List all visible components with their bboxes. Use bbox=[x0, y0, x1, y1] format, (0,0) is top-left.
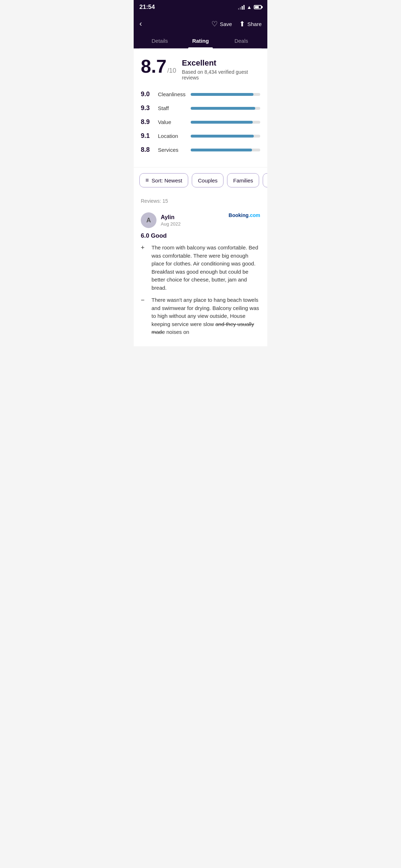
signal-icon bbox=[238, 5, 245, 10]
cat-name-staff: Staff bbox=[158, 105, 186, 111]
rating-denom: /10 bbox=[167, 67, 176, 74]
filter-chip-couples[interactable]: Couples bbox=[192, 173, 223, 187]
tab-deals[interactable]: Deals bbox=[221, 33, 262, 48]
cat-score-staff: 9.3 bbox=[141, 104, 154, 112]
save-button[interactable]: ♡ Save bbox=[211, 20, 232, 28]
booking-logo: Booking.com bbox=[228, 212, 260, 218]
review-card: A Aylin Aug 2022 Booking.com 6.0 Good + … bbox=[134, 207, 267, 346]
cat-name-location: Location bbox=[158, 133, 186, 139]
cat-score-cleanliness: 9.0 bbox=[141, 91, 154, 98]
heart-icon: ♡ bbox=[211, 20, 218, 28]
filter-label-couples: Couples bbox=[198, 177, 217, 184]
booking-dot: .com bbox=[248, 212, 260, 218]
filter-label-sort: Sort: Newest bbox=[151, 177, 182, 184]
cat-bar-bg-location bbox=[191, 135, 260, 138]
share-label: Share bbox=[247, 21, 262, 27]
strikethrough-text: and they usually made bbox=[151, 321, 254, 335]
reviewer-info: Aylin Aug 2022 bbox=[161, 214, 181, 227]
main-content: 8.7 /10 Excellent Based on 8,434 verifie… bbox=[134, 48, 267, 346]
cons-text: There wasn't any place to hang beach tow… bbox=[151, 296, 260, 336]
sort-icon: ≡ bbox=[145, 177, 149, 184]
avatar-letter: A bbox=[146, 217, 151, 224]
cat-score-services: 8.8 bbox=[141, 146, 154, 154]
rating-info: Excellent Based on 8,434 verified guest … bbox=[182, 57, 260, 81]
review-cons: − There wasn't any place to hang beach t… bbox=[141, 296, 260, 336]
status-bar: 21:54 ▲ bbox=[134, 0, 267, 13]
category-row-staff: 9.3 Staff bbox=[141, 104, 260, 112]
category-row-value: 8.9 Value bbox=[141, 118, 260, 126]
reviewer-date: Aug 2022 bbox=[161, 221, 181, 227]
rating-label: Excellent bbox=[182, 58, 260, 68]
cat-bar-bg-value bbox=[191, 121, 260, 124]
cat-bar-bg-cleanliness bbox=[191, 93, 260, 96]
category-row-location: 9.1 Location bbox=[141, 132, 260, 140]
reviews-header: Reviews: 15 bbox=[134, 193, 267, 207]
tab-details[interactable]: Details bbox=[139, 33, 180, 48]
filter-chip-friends[interactable]: Fr... bbox=[263, 173, 267, 187]
review-score: 6.0 Good bbox=[141, 232, 260, 239]
wifi-icon: ▲ bbox=[247, 4, 252, 10]
filter-label-families: Families bbox=[233, 177, 253, 184]
category-row-services: 8.8 Services bbox=[141, 146, 260, 154]
avatar: A bbox=[141, 212, 156, 228]
pros-text: The room with balcony was comfortable. B… bbox=[151, 244, 260, 292]
category-row-cleanliness: 9.0 Cleanliness bbox=[141, 91, 260, 98]
tabs: Details Rating Deals bbox=[139, 33, 262, 48]
reviewer-row: A Aylin Aug 2022 Booking.com bbox=[141, 212, 260, 228]
cat-bar-bg-staff bbox=[191, 107, 260, 110]
tab-rating[interactable]: Rating bbox=[180, 33, 221, 48]
cat-name-cleanliness: Cleanliness bbox=[158, 91, 186, 97]
cat-name-value: Value bbox=[158, 119, 186, 125]
cat-name-services: Services bbox=[158, 147, 186, 153]
battery-icon bbox=[254, 5, 262, 9]
minus-icon: − bbox=[141, 296, 147, 304]
status-time: 21:54 bbox=[139, 4, 155, 11]
cat-bar-fill-cleanliness bbox=[191, 93, 253, 96]
categories-section: 9.0 Cleanliness 9.3 Staff 8.9 Value 9.1 … bbox=[134, 88, 267, 167]
cat-bar-bg-services bbox=[191, 149, 260, 151]
share-button[interactable]: ⬆ Share bbox=[239, 20, 262, 28]
cat-bar-fill-value bbox=[191, 121, 253, 124]
reviewer-left: A Aylin Aug 2022 bbox=[141, 212, 181, 228]
rating-value: 8.7 bbox=[141, 57, 166, 76]
cat-bar-fill-services bbox=[191, 149, 252, 151]
reviewer-name: Aylin bbox=[161, 214, 181, 221]
review-pros: + The room with balcony was comfortable.… bbox=[141, 244, 260, 292]
cat-bar-fill-location bbox=[191, 135, 254, 138]
rating-overview: 8.7 /10 Excellent Based on 8,434 verifie… bbox=[134, 48, 267, 88]
plus-icon: + bbox=[141, 244, 147, 252]
filters-row: ≡Sort: NewestCouplesFamiliesFr... bbox=[134, 167, 267, 193]
back-button[interactable]: ‹ bbox=[139, 19, 150, 29]
header-right: ♡ Save ⬆ Share bbox=[211, 20, 262, 28]
rating-subtext: Based on 8,434 verified guest reviews bbox=[182, 69, 260, 81]
filter-chip-sort[interactable]: ≡Sort: Newest bbox=[139, 173, 188, 187]
share-icon: ⬆ bbox=[239, 20, 245, 28]
cat-bar-fill-staff bbox=[191, 107, 255, 110]
rating-score: 8.7 /10 bbox=[141, 57, 176, 76]
booking-text: Booking bbox=[228, 212, 248, 218]
header: ‹ ♡ Save ⬆ Share Details Rating Deals bbox=[134, 13, 267, 48]
cat-score-value: 8.9 bbox=[141, 118, 154, 126]
save-label: Save bbox=[220, 21, 232, 27]
header-actions: ‹ ♡ Save ⬆ Share bbox=[139, 16, 262, 33]
filter-chip-families[interactable]: Families bbox=[227, 173, 259, 187]
cat-score-location: 9.1 bbox=[141, 132, 154, 140]
status-icons: ▲ bbox=[238, 4, 262, 10]
